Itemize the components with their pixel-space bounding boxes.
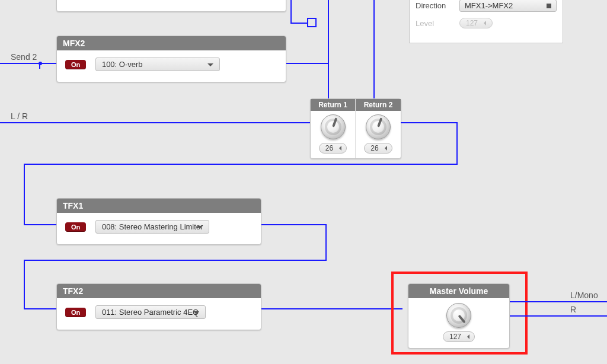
wire (286, 63, 329, 64)
tfx1-title: TFX1 (57, 199, 261, 213)
return2-knob[interactable] (366, 114, 391, 139)
return2-value: 26 (370, 144, 378, 152)
master-volume-panel: Master Volume 127 (408, 283, 510, 349)
tfx2-title: TFX2 (57, 284, 261, 298)
left-triangle-icon (465, 334, 469, 339)
wire (261, 224, 327, 225)
mfx2-preset-value: 100: O-verb (102, 60, 143, 69)
tfx2-preset-value: 011: Stereo Parametric 4EQ (102, 308, 199, 317)
return2-column: Return 2 26 (356, 99, 401, 158)
wire (24, 164, 25, 225)
master-value-pill[interactable]: 127 (443, 331, 475, 342)
wire (24, 164, 458, 165)
wire (401, 122, 458, 123)
master-title: Master Volume (408, 284, 509, 298)
returns-panel: Return 1 26 Return 2 26 (310, 98, 401, 159)
level-label: Level (416, 19, 453, 28)
wire (0, 63, 57, 64)
lr-label: L / R (11, 111, 28, 121)
mfx2-title: MFX2 (57, 36, 286, 50)
tfx2-on-button[interactable]: On (65, 308, 86, 317)
mfx2-preset-select[interactable]: 100: O-verb (95, 58, 220, 71)
wire (24, 260, 327, 261)
left-triangle-icon (337, 146, 341, 151)
out-lmono-label: L/Mono (570, 290, 598, 300)
routing-panel: Direction MFX1->MFX2 Level 127 (409, 0, 563, 43)
left-triangle-icon (382, 146, 387, 151)
tfx2-panel: TFX2 On 011: Stereo Parametric 4EQ (56, 283, 261, 330)
wire (510, 315, 607, 317)
mfx1-panel-partial (56, 0, 286, 12)
direction-row: Direction MFX1->MFX2 (416, 0, 557, 12)
direction-value: MFX1->MFX2 (465, 1, 513, 10)
tfx1-panel: TFX1 On 008: Stereo Mastering Limiter (56, 198, 261, 245)
wire (456, 122, 458, 165)
direction-select[interactable]: MFX1->MFX2 (459, 0, 557, 12)
wire (0, 122, 311, 123)
wire (39, 63, 40, 69)
level-value-pill: 127 (459, 18, 493, 28)
level-row: Level 127 (416, 18, 557, 28)
tfx2-preset-select[interactable]: 011: Stereo Parametric 4EQ (95, 305, 206, 319)
out-r-label: R (570, 305, 576, 314)
send2-label: Send 2 (11, 52, 37, 62)
wire (510, 301, 607, 302)
tfx1-preset-select[interactable]: 008: Stereo Mastering Limiter (95, 220, 210, 234)
wire (373, 0, 375, 100)
wire (290, 23, 308, 24)
left-triangle-icon (481, 21, 486, 25)
return2-value-pill[interactable]: 26 (364, 143, 392, 154)
tfx1-on-button[interactable]: On (65, 222, 86, 232)
tfx1-preset-value: 008: Stereo Mastering Limiter (102, 222, 203, 231)
mfx2-on-button[interactable]: On (65, 60, 86, 69)
mfx2-panel: MFX2 On 100: O-verb (56, 36, 286, 82)
master-value: 127 (449, 333, 461, 341)
wire (290, 0, 292, 23)
return1-knob[interactable] (321, 114, 346, 139)
wire (328, 0, 329, 100)
level-value: 127 (466, 19, 478, 27)
wire (24, 224, 57, 225)
wire (24, 260, 25, 309)
return2-label: Return 2 (356, 99, 401, 111)
junction-box-icon (307, 18, 317, 27)
wire (24, 308, 57, 309)
return1-label: Return 1 (311, 99, 355, 111)
return1-column: Return 1 26 (311, 99, 356, 158)
return1-value-pill[interactable]: 26 (319, 143, 347, 154)
return1-value: 26 (325, 144, 333, 152)
master-volume-knob[interactable] (446, 303, 471, 328)
wire (261, 308, 402, 309)
direction-label: Direction (416, 1, 453, 10)
wire (325, 224, 327, 261)
